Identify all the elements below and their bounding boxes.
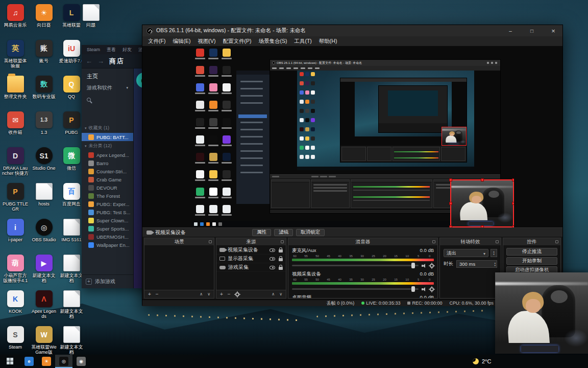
forward-arrow-icon[interactable]: → <box>97 57 104 65</box>
desktop-icon-account[interactable]: 账账号 <box>31 40 57 63</box>
source-row[interactable]: 显示器采集 <box>216 255 286 263</box>
steam-game-item[interactable]: Counter-Stri... <box>82 167 133 175</box>
close-button[interactable] <box>544 25 562 36</box>
source-toolbar-button[interactable]: 取消锁定 <box>296 229 325 236</box>
control-button[interactable]: 停止推流 <box>506 248 557 256</box>
desktop-icon-shuma-pro[interactable]: 数数码专业版 <box>31 76 57 99</box>
desktop-icon-obs-studio[interactable]: ◎OBS Studio <box>31 219 57 242</box>
desktop-icon-qq[interactable]: QQQ <box>58 76 85 99</box>
dock-pin-icon[interactable] <box>209 240 212 243</box>
add-scene-button[interactable] <box>148 291 151 297</box>
desktop-icon-one-three[interactable]: 1.31.3 <box>31 111 57 135</box>
desktop-icon-draka-launcher[interactable]: DDRAKA Launcher 快捷方式 <box>2 147 29 177</box>
steam-library-search[interactable] <box>82 95 133 105</box>
obs-menu-item[interactable]: 帮助(H) <box>315 37 341 46</box>
source-row[interactable]: 游戏采集 <box>216 263 286 272</box>
desktop-icon-new-text-doc-1[interactable]: 新建文本文档 <box>58 255 85 284</box>
slider-handle[interactable] <box>411 286 415 292</box>
slider-handle[interactable] <box>411 263 415 268</box>
steam-game-item[interactable]: PUBG: Exper... <box>82 200 133 208</box>
obs-menu-item[interactable]: 配置文件(P) <box>219 37 255 46</box>
lock-icon[interactable] <box>279 267 283 270</box>
taskbar-app-obs-studio[interactable]: ◎ <box>55 355 72 368</box>
desktop-icon-steam-shortcut[interactable]: SSteam <box>2 326 29 350</box>
transition-duration-input[interactable]: 300 ms <box>456 260 497 268</box>
desktop-icon-apex-legends[interactable]: ΛApex Legends <box>31 290 57 319</box>
dock-pin-icon[interactable] <box>496 240 499 243</box>
webcam-overlay-window[interactable] <box>495 272 588 354</box>
back-arrow-icon[interactable]: ← <box>86 57 92 65</box>
steam-sidebar-filter[interactable]: 游戏和软件 ▾ <box>82 81 133 95</box>
transition-stepper[interactable] <box>491 249 497 257</box>
desktop-icon-lol-pbe[interactable]: 英英雄联盟体验服 <box>2 40 29 69</box>
dock-pin-icon[interactable] <box>281 240 284 243</box>
visibility-eye-icon[interactable] <box>270 248 275 252</box>
desktop-icon-new-text-doc-3[interactable]: 新建文本文档 <box>58 326 85 355</box>
taskbar-app-sunflower[interactable]: ☀ <box>38 355 55 368</box>
move-scene-down-button[interactable] <box>207 292 210 296</box>
steam-game-item[interactable]: Barro <box>82 159 133 167</box>
steam-menu-item[interactable]: Steam <box>87 47 100 52</box>
move-source-up-button[interactable] <box>272 292 275 296</box>
lock-icon[interactable] <box>279 258 283 261</box>
scenes-list[interactable] <box>144 246 214 290</box>
source-settings-icon[interactable] <box>235 292 239 296</box>
remove-source-button[interactable] <box>228 291 231 297</box>
obs-menu-item[interactable]: 场景集合(S) <box>255 37 290 46</box>
steam-game-item[interactable]: UBERMOSH... <box>82 233 133 241</box>
steam-game-item[interactable]: DEVOUR <box>82 183 133 192</box>
desktop-icon-lol-wegame[interactable]: W英雄联盟WeGame版 <box>31 326 57 355</box>
obs-menu-item[interactable]: 编辑(E) <box>169 37 194 46</box>
obs-menu-item[interactable]: 视图(V) <box>194 37 219 46</box>
volume-slider[interactable] <box>292 265 419 266</box>
dock-pin-icon[interactable] <box>432 240 435 243</box>
start-button[interactable] <box>0 355 20 368</box>
desktop-icon-sunflower[interactable]: ☀向日葵 <box>31 4 57 28</box>
taskbar-app-camera[interactable]: ◉ <box>72 355 90 368</box>
desktop-icon-kook[interactable]: KKOOK <box>2 290 29 314</box>
collection-header[interactable]: ▾收藏夹 (1) <box>82 123 133 133</box>
obs-menu-item[interactable]: 工具(T) <box>290 37 315 46</box>
remove-scene-button[interactable] <box>156 291 159 297</box>
steam-menu-item[interactable]: 查看 <box>107 47 116 53</box>
collection-header[interactable]: ▾未分类 (12) <box>82 141 133 151</box>
selected-webcam-source[interactable] <box>450 179 514 227</box>
desktop-icon-pubg[interactable]: PPUBG <box>58 111 85 135</box>
steam-menu-item[interactable]: 好友 <box>122 47 132 53</box>
steam-game-item[interactable]: Super Sports... <box>82 224 133 233</box>
desktop-icon-aisu-helper[interactable]: iU爱速助手7.0 <box>58 40 85 63</box>
steam-game-item[interactable]: Wallpaper En... <box>82 241 133 249</box>
desktop-icon-xiaohulu[interactable]: 葫小葫芦官方版播报手4.1 <box>2 255 29 284</box>
dock-pin-icon[interactable] <box>555 240 558 243</box>
steam-game-item[interactable]: Apex Legend... <box>82 151 133 159</box>
obs-menu-item[interactable]: 文件(F) <box>144 37 169 46</box>
lock-icon[interactable] <box>279 249 283 252</box>
move-scene-up-button[interactable] <box>200 292 203 296</box>
steam-game-item[interactable]: Crab Game <box>82 175 133 183</box>
steam-game-item[interactable]: Super Clown... <box>82 216 133 224</box>
add-source-button[interactable] <box>220 291 223 297</box>
desktop-icon-i-paper[interactable]: ii-paper <box>2 219 29 242</box>
move-source-down-button[interactable] <box>279 292 282 296</box>
volume-slider[interactable] <box>292 288 419 290</box>
source-toolbar-button[interactable]: 滤镜 <box>274 229 293 236</box>
control-button[interactable]: 开始录制 <box>506 257 557 265</box>
desktop-icon-img-5161[interactable]: IMG 5161 <box>58 219 85 242</box>
source-row[interactable]: 视频采集设备 <box>216 246 286 255</box>
obs-preview-area[interactable]: OBS 26.1.1 (64-bit, windows) - 配置文件: 未命名… <box>142 46 562 227</box>
desktop-icon-studio-one[interactable]: S1Studio One <box>31 147 57 171</box>
desktop-icon-wechat[interactable]: 微微信 <box>58 147 85 171</box>
transition-select[interactable]: 淡出 <box>444 249 488 257</box>
visibility-eye-icon[interactable] <box>270 257 275 261</box>
add-game-button[interactable]: + 添加游戏 <box>82 274 133 288</box>
desktop-icon-new-text-doc-2[interactable]: 新建文本文档 <box>58 290 85 319</box>
speaker-icon[interactable] <box>422 287 427 292</box>
steam-nav-store[interactable]: 商店 <box>109 57 125 66</box>
steam-game-item[interactable]: PUBG: Test S... <box>82 208 133 216</box>
visibility-eye-icon[interactable] <box>270 266 275 269</box>
maximize-button[interactable] <box>523 25 541 36</box>
desktop-icon-question[interactable]: 问题 <box>78 4 104 28</box>
obs-window[interactable]: OBS 26.1.1 (64-bit, windows) - 配置文件: 未命名… <box>142 25 563 306</box>
steam-sidebar-home[interactable]: 主页 <box>82 68 133 81</box>
desktop-icon-folder-organize[interactable]: 整理文件夹 <box>2 76 29 99</box>
